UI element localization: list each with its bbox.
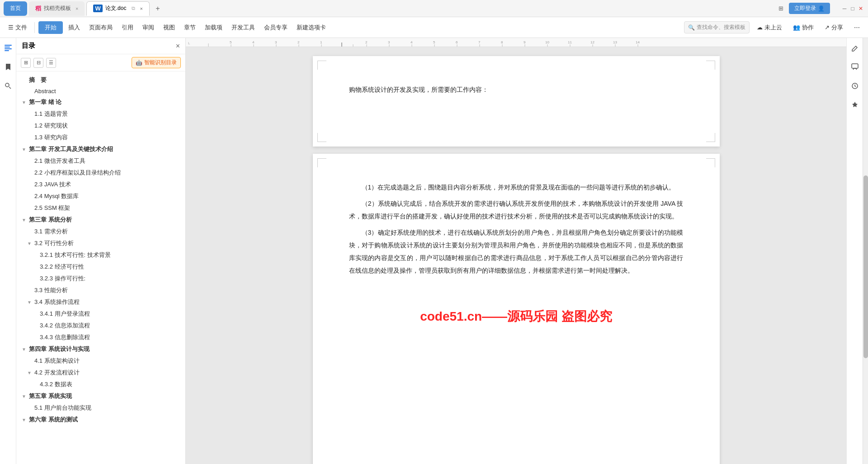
- login-button[interactable]: 立即登录 👤: [789, 3, 830, 14]
- share-btn[interactable]: ↗ 分享: [821, 22, 847, 33]
- ai-recognize-btn[interactable]: 🤖 智能识别目录: [132, 57, 181, 68]
- sidebar-toolbar: ⊞ ⊟ ☰ 🤖 智能识别目录: [16, 54, 185, 71]
- toc-item[interactable]: 3.2.1 技术可行性: 技术背景: [16, 249, 185, 261]
- doc-para1: （1）在完成选题之后，围绕题目内容分析系统，并对系统的背景及现在面临的一些问题等…: [349, 181, 684, 194]
- grid-icon[interactable]: ⊞: [778, 5, 783, 12]
- cloud-status[interactable]: ☁ 未上云: [753, 22, 786, 33]
- tab-doc[interactable]: W 论文.doc ⧉ ×: [86, 1, 149, 16]
- toc-item[interactable]: 1.1 选题背景: [16, 108, 185, 120]
- toc-item[interactable]: 3.2.2 经济可行性: [16, 261, 185, 273]
- toolbar-right: 🔍 查找命令、搜索模板 ☁ 未上云 👥 协作 ↗ 分享 ⋯: [684, 21, 863, 33]
- toc-item[interactable]: 3.2.3 操作可行性:: [16, 273, 185, 284]
- toc-item[interactable]: 2.1 微信开发者工具: [16, 155, 185, 167]
- start-tab[interactable]: 开始: [38, 21, 63, 34]
- svg-rect-1: [5, 47, 10, 47]
- toc-item[interactable]: ▼第四章 系统设计与实现: [16, 343, 185, 355]
- right-pin-icon[interactable]: [849, 99, 861, 111]
- svg-text:12: 12: [590, 40, 594, 44]
- right-comment-icon[interactable]: [849, 61, 861, 73]
- dev-tab[interactable]: 开发工具: [228, 22, 259, 33]
- chapter-tab[interactable]: 章节: [180, 22, 199, 33]
- svg-point-4: [5, 83, 9, 87]
- toc-item[interactable]: 3.3 性能分析: [16, 284, 185, 296]
- insert-tab[interactable]: 插入: [65, 22, 84, 33]
- toc-expand-all-btn[interactable]: ⊞: [21, 58, 31, 68]
- more-options-btn[interactable]: ⋯: [850, 22, 863, 33]
- maximize-button[interactable]: □: [849, 5, 856, 12]
- toc-item[interactable]: 4.1 系统架构设计: [16, 355, 185, 367]
- toc-item-label: 第三章 系统分析: [29, 216, 72, 224]
- svg-text:3: 3: [388, 40, 390, 44]
- toc-item[interactable]: 2.2 小程序框架以及目录结构介绍: [16, 167, 185, 179]
- svg-text:4: 4: [410, 40, 413, 44]
- toc-item[interactable]: ▼3.2 可行性分析: [16, 237, 185, 249]
- corner-tl: [317, 61, 326, 70]
- toc-arrow-icon: ▼: [22, 147, 27, 152]
- tab-daoke-close[interactable]: ×: [75, 6, 78, 11]
- new-tab-button[interactable]: +: [152, 3, 163, 14]
- toc-panel-icon[interactable]: [2, 42, 14, 54]
- toc-item[interactable]: 摘 要: [16, 74, 185, 86]
- toc-item[interactable]: 4.3.2 数据表: [16, 379, 185, 390]
- toc-item-label: 3.1 需求分析: [34, 227, 68, 236]
- toc-item[interactable]: ▼第三章 系统分析: [16, 214, 185, 226]
- toc-item[interactable]: ▼4.2 开发流程设计: [16, 367, 185, 379]
- right-edit-icon[interactable]: [849, 42, 861, 54]
- toc-item-label: 4.3.2 数据表: [40, 380, 72, 388]
- toc-item[interactable]: Abstract: [16, 86, 185, 96]
- svg-text:L: L: [188, 41, 190, 45]
- toc-item-label: 1.1 选题背景: [34, 110, 68, 118]
- toc-item[interactable]: 2.5 SSM 框架: [16, 202, 185, 214]
- scroll-thumb[interactable]: [863, 175, 868, 359]
- review-tab[interactable]: 审阅: [139, 22, 158, 33]
- toc-item[interactable]: ▼第二章 开发工具及关键技术介绍: [16, 143, 185, 155]
- tab-daoke-label: 找稻壳模板: [44, 5, 71, 12]
- toc-item-label: 3.4.1 用户登录流程: [40, 310, 90, 318]
- toc-item[interactable]: 3.4.1 用户登录流程: [16, 308, 185, 320]
- svg-text:14: 14: [636, 40, 640, 44]
- member-tab[interactable]: 会员专享: [260, 22, 291, 33]
- toc-arrow-icon: ▼: [22, 100, 27, 105]
- toc-item[interactable]: 2.4 Mysql 数据库: [16, 190, 185, 202]
- toc-item[interactable]: 3.4.2 信息添加流程: [16, 320, 185, 331]
- toc-item-label: 3.4.2 信息添加流程: [40, 322, 90, 330]
- cloud-icon: ☁: [757, 24, 763, 31]
- ref-tab[interactable]: 引用: [118, 22, 137, 33]
- close-button[interactable]: ✕: [857, 5, 864, 12]
- svg-text:5: 5: [230, 40, 232, 44]
- toc-item[interactable]: 1.2 研究现状: [16, 120, 185, 132]
- right-track-icon[interactable]: [849, 80, 861, 92]
- toc-item[interactable]: ▼3.4 系统操作流程: [16, 296, 185, 308]
- file-menu[interactable]: ☰ 文件: [5, 22, 31, 33]
- toc-item[interactable]: 1.3 研究内容: [16, 132, 185, 143]
- title-bar-right: ⊞ 立即登录 👤 ─ □ ✕: [778, 3, 864, 14]
- toc-item[interactable]: ▼第六章 系统的测试: [16, 414, 185, 426]
- sidebar-close-button[interactable]: ×: [176, 42, 180, 50]
- tab-home[interactable]: 首页: [4, 1, 27, 16]
- toc-item[interactable]: ▼第一章 绪 论: [16, 96, 185, 108]
- view-tab[interactable]: 视图: [160, 22, 179, 33]
- command-search[interactable]: 🔍 查找命令、搜索模板: [684, 21, 750, 33]
- search-panel-icon[interactable]: [2, 80, 14, 92]
- corner-bl: [317, 133, 326, 142]
- layout-tab[interactable]: 页面布局: [85, 22, 116, 33]
- tab-doc-close[interactable]: ×: [140, 6, 142, 11]
- new-item-tab[interactable]: 新建选项卡: [293, 22, 330, 33]
- minimize-button[interactable]: ─: [841, 5, 848, 12]
- toc-item[interactable]: 5.1 用户前台功能实现: [16, 402, 185, 414]
- toc-item[interactable]: ▼第五章 系统实现: [16, 390, 185, 402]
- tab-restore-icon[interactable]: ⧉: [132, 5, 135, 11]
- toc-item[interactable]: 3.4.3 信息删除流程: [16, 331, 185, 343]
- toc-item[interactable]: 2.3 JAVA 技术: [16, 179, 185, 190]
- tab-daoke[interactable]: 稻 找稻壳模板 ×: [29, 1, 85, 16]
- doc-container[interactable]: 购物系统设计的开发及实现，所需要的工作内容： code51.cn——源码乐园 盗…: [186, 47, 846, 464]
- wps-doc-icon: W: [93, 5, 102, 12]
- vertical-scrollbar[interactable]: [863, 38, 868, 464]
- bookmark-icon[interactable]: [2, 61, 14, 73]
- toc-item[interactable]: 3.1 需求分析: [16, 226, 185, 237]
- addons-tab[interactable]: 加载项: [201, 22, 226, 33]
- collab-btn[interactable]: 👥 协作: [789, 22, 817, 33]
- toc-settings-btn[interactable]: ☰: [46, 58, 56, 68]
- toc-collapse-all-btn[interactable]: ⊟: [33, 58, 43, 68]
- svg-text:6: 6: [456, 40, 458, 44]
